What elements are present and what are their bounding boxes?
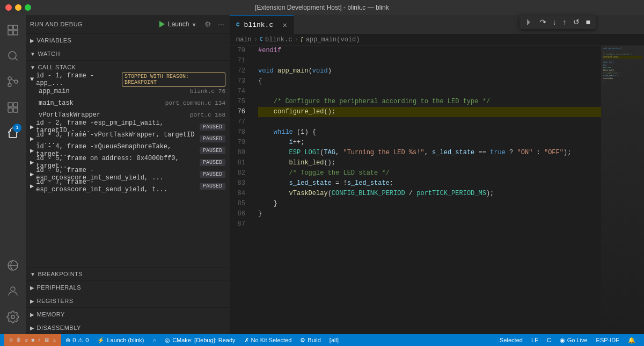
debug-stop-sq-icon: ■ [31, 337, 34, 343]
call-stack-group-header-7[interactable]: ▶ id - 7, frame -esp_crosscore_int_send_… [26, 180, 230, 192]
variables-header[interactable]: ▶ VARIABLES [26, 34, 230, 47]
frame-name-main-task: main_task [39, 99, 165, 107]
code-line-79: i++; [258, 138, 601, 148]
build-icon: ⚙ [300, 337, 305, 344]
call-stack-group-header-1[interactable]: ▼ id - 1, frame -app_... STOPPED WITH RE… [26, 74, 230, 85]
breakpoints-chevron: ▼ [30, 271, 35, 277]
line-num-87: 87 [230, 219, 250, 229]
paused-badge-6: PAUSED [200, 171, 225, 178]
memory-header[interactable]: ▶ MEMORY [26, 308, 230, 321]
step-out-button[interactable]: ↑ [561, 17, 569, 27]
frame-main-task[interactable]: main_task port_common.c 134 [26, 97, 230, 109]
code-line-87 [258, 219, 601, 229]
no-kit-icon: ✗ [244, 337, 249, 344]
chevron-right-icon: ▶ [30, 123, 34, 131]
disassembly-header[interactable]: ▶ DISASSEMBLY [26, 321, 230, 334]
activity-bottom [0, 253, 26, 334]
status-home[interactable]: ⌂ [148, 334, 160, 346]
registers-header[interactable]: ▶ REGISTERS [26, 294, 230, 307]
activity-settings[interactable] [0, 304, 26, 330]
status-no-kit[interactable]: ✗ No Kit Selected [240, 334, 296, 346]
line-num-86: 86 [230, 209, 250, 219]
cmake-label: CMake: [Debug]: Ready [172, 337, 235, 343]
sidebar: RUN AND DEBUG Launch ∨ ⚙ ··· ▶ VARIABLES… [26, 15, 230, 334]
restart-button[interactable]: ↺ [571, 17, 582, 27]
breadcrumb-main: main [236, 36, 252, 44]
status-errors[interactable]: ⊗ 0 ⚠ 0 [61, 334, 93, 346]
status-go-live[interactable]: ◉ Go Live [555, 334, 592, 346]
status-encoding[interactable]: LF [527, 334, 543, 346]
status-esp-idf[interactable]: ESP-IDF [592, 334, 624, 346]
line-num-85: 85 [230, 199, 250, 209]
status-notification[interactable]: 🔔 [624, 334, 640, 346]
minimize-button[interactable] [15, 4, 21, 11]
step-over-button[interactable]: ↷ [538, 17, 548, 27]
go-live-icon: ◉ [560, 337, 565, 344]
activity-source-control[interactable] [0, 69, 26, 95]
svg-rect-4 [8, 103, 12, 107]
activity-search[interactable] [0, 43, 26, 69]
variables-section: ▶ VARIABLES [26, 34, 230, 47]
encoding-label: LF [531, 337, 538, 343]
line-num-82: 82 [230, 168, 250, 178]
breakpoints-label: BREAKPOINTS [38, 271, 83, 277]
status-bar: ⚙ 🗑 ↺ ■ ⚡ 🖥 ⚠ ⊗ 0 ⚠ 0 ⚡ Launch (blink) ⌂… [0, 334, 644, 346]
more-button[interactable]: ··· [217, 19, 225, 30]
breakpoints-header[interactable]: ▼ BREAKPOINTS [26, 268, 230, 280]
activity-bar: 1 [0, 15, 26, 334]
step-into-button[interactable]: ↓ [551, 17, 559, 27]
svg-point-1 [8, 77, 11, 80]
chevron-right-icon-5: ▶ [30, 158, 34, 167]
line-num-74: 74 [230, 86, 250, 97]
watch-label: WATCH [38, 51, 60, 57]
code-editor[interactable]: 70 71 72 73 74 75 ⇒ 76 77 78 79 80 81 82… [230, 46, 644, 334]
svg-point-9 [11, 287, 15, 291]
code-line-74 [258, 86, 601, 97]
memory-section: ▶ MEMORY [26, 307, 230, 321]
activity-debug[interactable]: 1 [0, 120, 26, 146]
activity-accounts[interactable] [0, 278, 26, 304]
chevron-right-icon-4: ▶ [30, 147, 34, 155]
tab-filename: blink.c [244, 21, 274, 29]
status-all[interactable]: [all] [325, 334, 343, 346]
status-selected[interactable]: Selected [495, 334, 527, 346]
breadcrumb: main › C blink.c › ƒ app_main(void) [230, 34, 644, 46]
close-button[interactable] [5, 4, 12, 11]
code-line-70: #endif [258, 46, 601, 56]
status-launch[interactable]: ⚡ Launch (blink) [93, 334, 148, 346]
frame-file-main-task: port_common.c 134 [165, 100, 225, 106]
settings-button[interactable]: ⚙ [203, 19, 213, 30]
peripherals-header[interactable]: ▶ PERIPHERALS [26, 281, 230, 294]
stop-button[interactable]: ■ [584, 17, 592, 27]
line-numbers: 70 71 72 73 74 75 ⇒ 76 77 78 79 80 81 82… [230, 46, 254, 334]
registers-section: ▶ REGISTERS [26, 294, 230, 307]
watch-header[interactable]: ▼ WATCH [26, 47, 230, 60]
maximize-button[interactable] [25, 4, 31, 11]
warning-count: 0 [85, 337, 89, 343]
activity-extensions[interactable] [0, 95, 26, 120]
tab-close-button[interactable]: ✕ [283, 20, 287, 30]
bell-icon: 🔔 [628, 337, 635, 344]
activity-remote[interactable] [0, 253, 26, 278]
esp-idf-label: ESP-IDF [596, 337, 619, 343]
line-num-78: 78 [230, 127, 250, 138]
stopped-badge: STOPPED WITH REASON: BREAKPOINT [122, 73, 225, 86]
activity-explorer[interactable] [0, 17, 26, 43]
tab-blink-c[interactable]: C blink.c ✕ [230, 15, 294, 34]
svg-rect-7 [13, 108, 18, 112]
status-language[interactable]: C [543, 334, 555, 346]
launch-button[interactable]: Launch ∨ [156, 19, 199, 29]
svg-point-10 [11, 315, 14, 319]
chevron-right-icon-3: ▶ [30, 135, 34, 143]
status-cmake[interactable]: ◎ CMake: [Debug]: Ready [160, 334, 239, 346]
chevron-right-icon-6: ▶ [30, 170, 34, 178]
memory-label: MEMORY [37, 311, 65, 318]
paused-badge-7: PAUSED [200, 183, 225, 190]
frame-name-vporttaskwrapper: vPortTaskWrapper [39, 111, 190, 119]
status-debug-section: ⚙ 🗑 ↺ ■ ⚡ 🖥 ⚠ [4, 334, 61, 346]
code-line-80: ESP_LOGI(TAG, "Turning the LED %s!", s_l… [258, 148, 601, 158]
debug-restart-icon: ↺ [25, 337, 28, 343]
continue-button[interactable]: ⏵ [523, 16, 536, 28]
status-build[interactable]: ⚙ Build [296, 334, 325, 346]
frame-app-main[interactable]: app_main blink.c 76 [26, 85, 230, 97]
